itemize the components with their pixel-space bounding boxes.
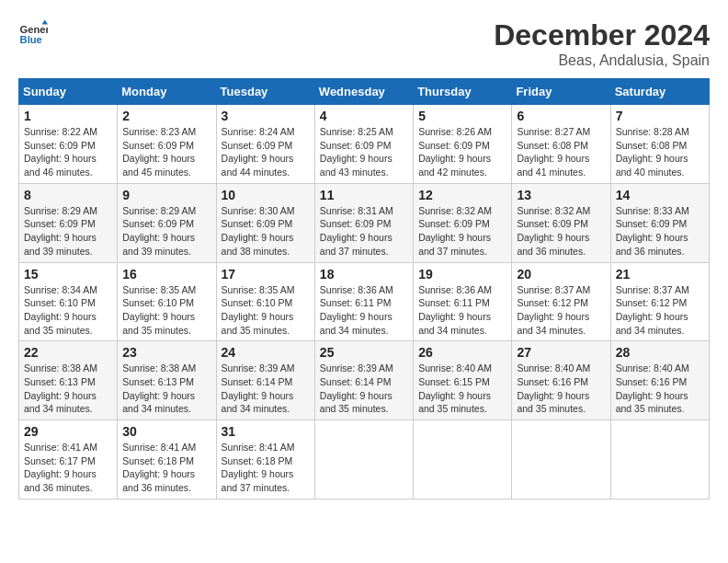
logo: General Blue <box>18 18 48 48</box>
day-info: Sunrise: 8:29 AM Sunset: 6:09 PM Dayligh… <box>24 204 112 259</box>
svg-text:General: General <box>20 24 48 35</box>
day-info: Sunrise: 8:38 AM Sunset: 6:13 PM Dayligh… <box>122 362 210 416</box>
table-row: 25Sunrise: 8:39 AM Sunset: 6:14 PM Dayli… <box>314 341 413 420</box>
day-info: Sunrise: 8:31 AM Sunset: 6:09 PM Dayligh… <box>320 204 408 259</box>
day-info: Sunrise: 8:38 AM Sunset: 6:13 PM Dayligh… <box>24 362 112 416</box>
logo-icon: General Blue <box>18 18 48 48</box>
table-row: 24Sunrise: 8:39 AM Sunset: 6:14 PM Dayli… <box>216 341 314 420</box>
day-info: Sunrise: 8:37 AM Sunset: 6:12 PM Dayligh… <box>517 283 605 338</box>
table-row: 9Sunrise: 8:29 AM Sunset: 6:09 PM Daylig… <box>118 183 216 262</box>
day-info: Sunrise: 8:32 AM Sunset: 6:09 PM Dayligh… <box>418 204 506 259</box>
calendar-week-row: 1Sunrise: 8:22 AM Sunset: 6:09 PM Daylig… <box>19 105 710 184</box>
col-wednesday: Wednesday <box>314 79 413 105</box>
day-number: 15 <box>24 267 112 282</box>
day-info: Sunrise: 8:36 AM Sunset: 6:11 PM Dayligh… <box>320 283 408 338</box>
table-row: 5Sunrise: 8:26 AM Sunset: 6:09 PM Daylig… <box>414 105 512 184</box>
day-info: Sunrise: 8:35 AM Sunset: 6:10 PM Dayligh… <box>122 283 210 338</box>
day-info: Sunrise: 8:37 AM Sunset: 6:12 PM Dayligh… <box>616 283 704 338</box>
table-row: 30Sunrise: 8:41 AM Sunset: 6:18 PM Dayli… <box>118 420 216 500</box>
table-row: 15Sunrise: 8:34 AM Sunset: 6:10 PM Dayli… <box>19 262 118 341</box>
day-number: 13 <box>517 188 605 202</box>
table-row: 17Sunrise: 8:35 AM Sunset: 6:10 PM Dayli… <box>216 262 314 341</box>
day-number: 28 <box>616 345 704 360</box>
day-number: 30 <box>122 424 210 439</box>
table-row: 14Sunrise: 8:33 AM Sunset: 6:09 PM Dayli… <box>610 183 709 262</box>
day-number: 9 <box>122 188 210 202</box>
day-number: 4 <box>320 109 408 123</box>
day-info: Sunrise: 8:39 AM Sunset: 6:14 PM Dayligh… <box>320 362 408 416</box>
day-number: 23 <box>122 345 210 360</box>
day-number: 22 <box>24 345 112 360</box>
calendar-week-row: 22Sunrise: 8:38 AM Sunset: 6:13 PM Dayli… <box>19 341 710 420</box>
day-number: 10 <box>222 188 310 202</box>
day-info: Sunrise: 8:39 AM Sunset: 6:14 PM Dayligh… <box>222 362 310 416</box>
table-row: 16Sunrise: 8:35 AM Sunset: 6:10 PM Dayli… <box>118 262 216 341</box>
day-info: Sunrise: 8:30 AM Sunset: 6:09 PM Dayligh… <box>222 204 310 259</box>
day-number: 8 <box>24 188 112 202</box>
day-number: 21 <box>616 267 704 282</box>
day-number: 20 <box>517 267 605 282</box>
table-row: 21Sunrise: 8:37 AM Sunset: 6:12 PM Dayli… <box>610 262 709 341</box>
day-number: 29 <box>24 424 112 439</box>
table-row <box>512 420 610 500</box>
table-row: 3Sunrise: 8:24 AM Sunset: 6:09 PM Daylig… <box>216 105 314 184</box>
table-row: 8Sunrise: 8:29 AM Sunset: 6:09 PM Daylig… <box>19 183 118 262</box>
day-info: Sunrise: 8:41 AM Sunset: 6:18 PM Dayligh… <box>122 441 210 495</box>
day-info: Sunrise: 8:32 AM Sunset: 6:09 PM Dayligh… <box>517 204 605 259</box>
day-number: 7 <box>616 109 704 123</box>
day-number: 31 <box>222 424 310 439</box>
table-row: 27Sunrise: 8:40 AM Sunset: 6:16 PM Dayli… <box>512 341 610 420</box>
day-info: Sunrise: 8:27 AM Sunset: 6:08 PM Dayligh… <box>517 125 605 179</box>
calendar-week-row: 15Sunrise: 8:34 AM Sunset: 6:10 PM Dayli… <box>19 262 710 341</box>
day-info: Sunrise: 8:25 AM Sunset: 6:09 PM Dayligh… <box>320 125 408 179</box>
day-number: 16 <box>122 267 210 282</box>
table-row: 10Sunrise: 8:30 AM Sunset: 6:09 PM Dayli… <box>216 183 314 262</box>
table-row: 19Sunrise: 8:36 AM Sunset: 6:11 PM Dayli… <box>414 262 512 341</box>
col-monday: Monday <box>118 79 216 105</box>
col-saturday: Saturday <box>610 79 709 105</box>
day-info: Sunrise: 8:33 AM Sunset: 6:09 PM Dayligh… <box>616 204 704 259</box>
table-row: 29Sunrise: 8:41 AM Sunset: 6:17 PM Dayli… <box>19 420 118 500</box>
day-info: Sunrise: 8:41 AM Sunset: 6:17 PM Dayligh… <box>24 441 112 495</box>
day-number: 5 <box>418 109 506 123</box>
day-number: 1 <box>24 109 112 123</box>
svg-marker-2 <box>42 20 48 25</box>
table-row: 18Sunrise: 8:36 AM Sunset: 6:11 PM Dayli… <box>314 262 413 341</box>
table-row: 2Sunrise: 8:23 AM Sunset: 6:09 PM Daylig… <box>118 105 216 184</box>
table-row: 22Sunrise: 8:38 AM Sunset: 6:13 PM Dayli… <box>19 341 118 420</box>
table-row: 7Sunrise: 8:28 AM Sunset: 6:08 PM Daylig… <box>610 105 709 184</box>
day-number: 6 <box>517 109 605 123</box>
day-info: Sunrise: 8:26 AM Sunset: 6:09 PM Dayligh… <box>418 125 506 179</box>
month-year: December 2024 <box>494 18 710 52</box>
title-block: December 2024 Beas, Andalusia, Spain <box>494 18 710 69</box>
table-row: 13Sunrise: 8:32 AM Sunset: 6:09 PM Dayli… <box>512 183 610 262</box>
table-row: 11Sunrise: 8:31 AM Sunset: 6:09 PM Dayli… <box>314 183 413 262</box>
day-number: 19 <box>418 267 506 282</box>
day-number: 25 <box>320 345 408 360</box>
day-info: Sunrise: 8:36 AM Sunset: 6:11 PM Dayligh… <box>418 283 506 338</box>
table-row: 26Sunrise: 8:40 AM Sunset: 6:15 PM Dayli… <box>414 341 512 420</box>
day-info: Sunrise: 8:40 AM Sunset: 6:16 PM Dayligh… <box>517 362 605 416</box>
svg-text:Blue: Blue <box>20 34 42 45</box>
table-row: 31Sunrise: 8:41 AM Sunset: 6:18 PM Dayli… <box>216 420 314 500</box>
day-number: 3 <box>222 109 310 123</box>
table-row: 4Sunrise: 8:25 AM Sunset: 6:09 PM Daylig… <box>314 105 413 184</box>
day-info: Sunrise: 8:24 AM Sunset: 6:09 PM Dayligh… <box>222 125 310 179</box>
day-number: 18 <box>320 267 408 282</box>
table-row: 28Sunrise: 8:40 AM Sunset: 6:16 PM Dayli… <box>610 341 709 420</box>
table-row: 12Sunrise: 8:32 AM Sunset: 6:09 PM Dayli… <box>414 183 512 262</box>
col-friday: Friday <box>512 79 610 105</box>
table-row: 20Sunrise: 8:37 AM Sunset: 6:12 PM Dayli… <box>512 262 610 341</box>
day-number: 27 <box>517 345 605 360</box>
day-number: 17 <box>222 267 310 282</box>
table-row: 1Sunrise: 8:22 AM Sunset: 6:09 PM Daylig… <box>19 105 118 184</box>
page-header: General Blue December 2024 Beas, Andalus… <box>18 18 710 69</box>
day-info: Sunrise: 8:29 AM Sunset: 6:09 PM Dayligh… <box>122 204 210 259</box>
day-info: Sunrise: 8:40 AM Sunset: 6:15 PM Dayligh… <box>418 362 506 416</box>
table-row: 23Sunrise: 8:38 AM Sunset: 6:13 PM Dayli… <box>118 341 216 420</box>
day-number: 2 <box>122 109 210 123</box>
day-info: Sunrise: 8:34 AM Sunset: 6:10 PM Dayligh… <box>24 283 112 338</box>
day-info: Sunrise: 8:35 AM Sunset: 6:10 PM Dayligh… <box>222 283 310 338</box>
col-thursday: Thursday <box>414 79 512 105</box>
day-info: Sunrise: 8:28 AM Sunset: 6:08 PM Dayligh… <box>616 125 704 179</box>
